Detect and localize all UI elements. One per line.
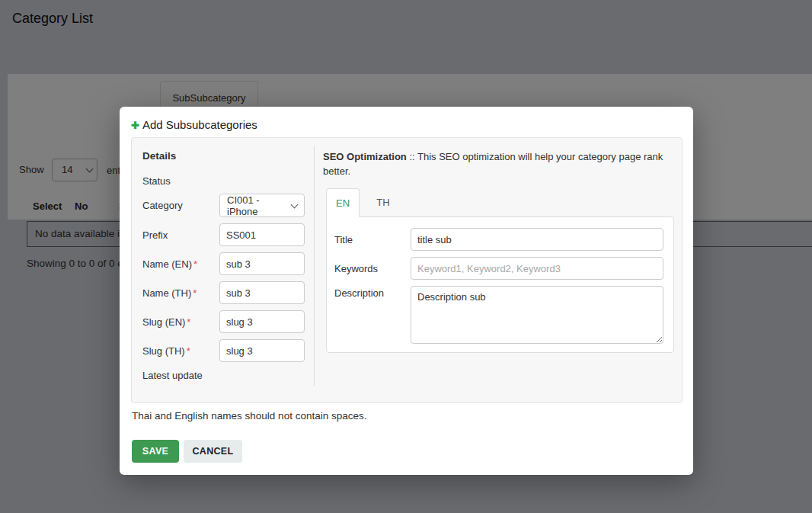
seo-description-label: Description	[334, 287, 384, 299]
cancel-button[interactable]: CANCEL	[184, 440, 242, 463]
name-en-label: Name (EN)*	[142, 258, 197, 270]
slug-en-label-text: Slug (EN)	[142, 316, 185, 328]
seo-description-textarea[interactable]: Description sub	[411, 286, 663, 344]
plus-icon: ✚	[131, 120, 139, 131]
slug-en-label: Slug (EN)*	[142, 316, 190, 328]
prefix-label: Prefix	[142, 229, 168, 241]
name-th-label-text: Name (TH)	[142, 287, 191, 299]
seo-keywords-input[interactable]	[411, 257, 663, 280]
add-subsubcategory-modal: ✚Add Subsubcategories Details Status Cat…	[120, 107, 693, 475]
seo-heading-line: SEO Optimization :: This SEO optimizatio…	[323, 149, 667, 178]
save-button[interactable]: SAVE	[132, 440, 179, 463]
seo-heading: SEO Optimization	[323, 151, 407, 162]
category-label: Category	[142, 200, 183, 211]
seo-tab-panel: Title Keywords Description Description s…	[326, 216, 674, 353]
latest-update-label: Latest update	[142, 370, 203, 381]
slug-th-label: Slug (TH)*	[142, 345, 190, 357]
chevron-down-icon	[291, 200, 299, 208]
name-th-input[interactable]	[219, 281, 305, 304]
required-asterisk: *	[187, 345, 190, 357]
name-en-label-text: Name (EN)	[142, 258, 192, 270]
modal-title: ✚Add Subsubcategories	[131, 118, 257, 131]
required-asterisk: *	[193, 287, 197, 299]
slug-en-input[interactable]	[219, 310, 305, 333]
seo-tab-th[interactable]: TH	[366, 188, 400, 217]
seo-tab-en[interactable]: EN	[326, 188, 360, 217]
category-select[interactable]: CI001 - iPhone	[219, 194, 305, 217]
modal-form-panel: Details Status Category CI001 - iPhone P…	[131, 137, 683, 403]
seo-title-input[interactable]	[411, 228, 663, 251]
name-en-input[interactable]	[219, 252, 305, 275]
modal-note: Thai and English names should not contai…	[132, 410, 366, 422]
prefix-input[interactable]	[219, 223, 305, 246]
required-asterisk: *	[193, 258, 197, 270]
column-divider	[314, 146, 315, 386]
seo-title-label: Title	[334, 234, 353, 245]
modal-title-text: Add Subsubcategories	[142, 118, 257, 131]
name-th-label: Name (TH)*	[142, 287, 197, 299]
category-select-value: CI001 - iPhone	[227, 194, 292, 217]
details-heading: Details	[142, 150, 176, 162]
slug-th-input[interactable]	[219, 339, 305, 362]
seo-keywords-label: Keywords	[334, 263, 378, 274]
required-asterisk: *	[187, 316, 190, 328]
status-label: Status	[142, 175, 171, 187]
slug-th-label-text: Slug (TH)	[142, 345, 185, 357]
